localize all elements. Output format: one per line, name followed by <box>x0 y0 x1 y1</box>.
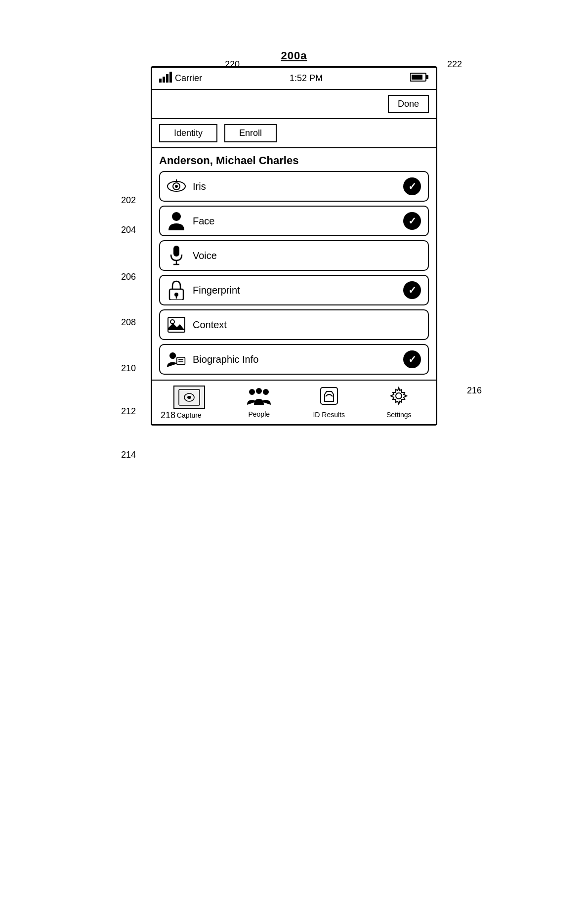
fingerprint-check: ✓ <box>403 281 421 299</box>
settings-icon <box>389 387 408 409</box>
person-name: Anderson, Michael Charles <box>152 148 436 171</box>
annotation-212: 212 <box>121 406 136 417</box>
biographic-left: Biographic Info <box>167 350 258 369</box>
biometric-item-context[interactable]: Context <box>159 309 429 340</box>
time-display: 1:52 PM <box>290 73 323 84</box>
svg-rect-0 <box>159 79 162 83</box>
biometric-item-voice[interactable]: Voice <box>159 240 429 271</box>
face-label: Face <box>193 215 214 227</box>
fingerprint-left: Fingerprint <box>167 281 240 300</box>
settings-label: Settings <box>386 411 412 419</box>
svg-rect-12 <box>173 246 179 257</box>
biographic-check: ✓ <box>403 350 421 368</box>
context-label: Context <box>193 319 227 331</box>
bottom-tab-settings[interactable]: Settings <box>379 387 419 419</box>
annotation-214: 214 <box>121 450 136 460</box>
bottom-bar: Capture People <box>152 380 436 424</box>
biometric-item-fingerprint[interactable]: Fingerprint ✓ <box>159 275 429 305</box>
biometric-item-iris[interactable]: Iris ✓ <box>159 171 429 202</box>
svg-rect-1 <box>163 77 165 83</box>
face-check: ✓ <box>403 212 421 230</box>
voice-icon <box>167 246 186 265</box>
annotation-202: 202 <box>121 195 136 206</box>
svg-point-26 <box>187 396 191 399</box>
status-bar: Carrier 1:52 PM <box>152 68 436 90</box>
annotation-218: 218 <box>161 410 175 421</box>
tab-identity[interactable]: Identity <box>159 124 217 142</box>
iris-label: Iris <box>193 181 206 192</box>
svg-point-9 <box>175 185 178 188</box>
context-icon <box>167 315 186 334</box>
voice-left: Voice <box>167 246 217 265</box>
biographic-icon <box>167 350 186 369</box>
phone-frame: Carrier 1:52 PM Done Identity Enroll And… <box>151 66 437 426</box>
svg-point-29 <box>263 389 269 395</box>
svg-point-19 <box>170 320 174 324</box>
annotation-204: 204 <box>121 225 136 235</box>
tab-row: Identity Enroll <box>152 119 436 148</box>
header-row: Done <box>152 90 436 119</box>
fingerprint-label: Fingerprint <box>193 285 240 296</box>
id-results-label: ID Results <box>313 411 345 419</box>
capture-label: Capture <box>177 411 202 419</box>
svg-rect-6 <box>412 75 422 80</box>
svg-rect-5 <box>426 75 428 79</box>
face-icon <box>167 212 186 230</box>
svg-point-27 <box>249 389 255 395</box>
annotation-208: 208 <box>121 317 136 328</box>
svg-rect-21 <box>177 357 185 365</box>
iris-icon <box>167 177 186 196</box>
battery-section <box>410 72 429 85</box>
annotation-210: 210 <box>121 363 136 374</box>
biometric-item-biographic[interactable]: Biographic Info ✓ <box>159 344 429 375</box>
signal-icon <box>159 72 172 85</box>
voice-label: Voice <box>193 250 217 261</box>
annotation-222: 222 <box>447 59 462 70</box>
carrier-section: Carrier <box>159 72 202 85</box>
annotation-216: 216 <box>467 386 482 396</box>
bottom-tab-people[interactable]: People <box>239 387 279 418</box>
id-results-icon <box>320 387 338 409</box>
tab-enroll[interactable]: Enroll <box>224 124 277 142</box>
annotation-220: 220 <box>225 59 240 70</box>
svg-rect-2 <box>166 74 168 83</box>
fingerprint-icon <box>167 281 186 300</box>
context-left: Context <box>167 315 227 334</box>
face-left: Face <box>167 212 214 230</box>
people-label: People <box>248 410 270 418</box>
svg-point-16 <box>174 293 178 297</box>
people-icon <box>247 387 271 408</box>
iris-check: ✓ <box>403 177 421 195</box>
svg-point-20 <box>169 352 176 359</box>
diagram-title: 200a <box>151 49 437 62</box>
biographic-label: Biographic Info <box>193 354 258 365</box>
annotation-206: 206 <box>121 272 136 282</box>
carrier-label: Carrier <box>175 73 202 84</box>
capture-icon <box>173 386 205 409</box>
bottom-tab-id-results[interactable]: ID Results <box>309 387 349 419</box>
svg-point-31 <box>396 393 402 399</box>
iris-left: Iris <box>167 177 206 196</box>
done-button[interactable]: Done <box>388 95 429 113</box>
biometric-list: Iris ✓ Face ✓ <box>152 171 436 380</box>
svg-point-28 <box>256 388 262 394</box>
svg-point-11 <box>172 212 181 221</box>
svg-rect-3 <box>169 72 172 83</box>
biometric-item-face[interactable]: Face ✓ <box>159 206 429 236</box>
